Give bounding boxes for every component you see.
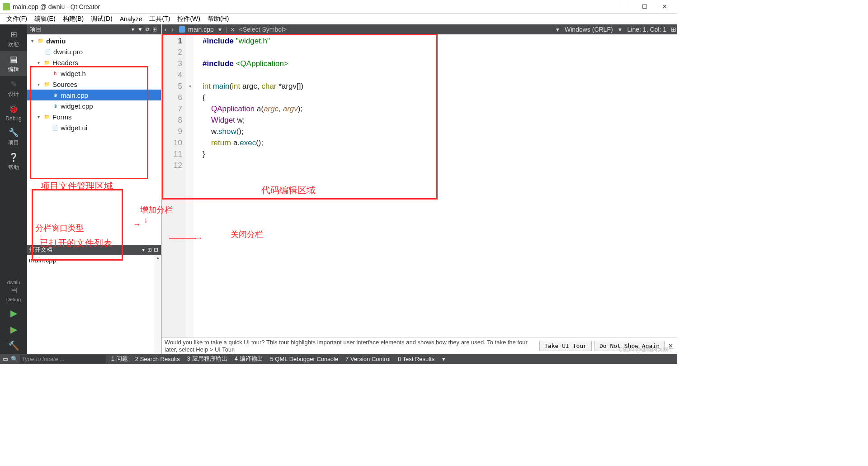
project-panel-title: 项目 [30,25,129,33]
app-icon [3,3,10,10]
maximize-button[interactable]: ☐ [635,0,655,13]
tree-sources-label: Sources [52,81,77,88]
mode-edit-label: 编辑 [8,66,19,73]
pane-test-results[interactable]: 8 Test Results [394,356,438,362]
code-editor[interactable]: 1 2 3 4 5 6 7 8 9 10 11 12 ▾ #include "w… [162,34,677,338]
line-number: 9 [162,126,182,137]
nav-fwd-icon[interactable]: › [169,26,176,33]
menu-build[interactable]: 构建(B) [59,14,88,24]
line-number: 11 [162,148,182,160]
tree-headers[interactable]: ▾📁Headers [27,57,161,68]
take-tour-button[interactable]: Take UI Tour [539,341,592,351]
editor-split-icon[interactable]: ⊞ [670,26,677,33]
tree-root[interactable]: ▾📁dwniu [27,35,161,46]
wrench-icon: 🔧 [8,127,19,138]
file-dropdown-icon[interactable]: ▾ [217,26,224,33]
pro-file-icon: 📄 [44,48,52,55]
editor-file-name: main.cpp [188,26,214,33]
line-number: 1 [162,35,182,47]
output-toggle-icon[interactable]: ▭ [0,356,11,362]
debug-run-button[interactable]: ▶● [0,321,27,338]
mode-help[interactable]: ❔帮助 [0,149,27,174]
status-bar: ▭ 🔍 Type to locate ... 1 问题 2 Search Res… [0,354,677,364]
line-number: 8 [162,114,182,126]
open-docs-close-icon[interactable]: ⊡ [153,247,159,253]
mode-projects[interactable]: 🔧项目 [0,124,27,149]
line-number: 2 [162,47,182,58]
mode-welcome[interactable]: ⊞欢迎 [0,26,27,51]
open-docs-scrollbar[interactable]: ▴ [155,255,161,354]
line-number: 12 [162,160,182,171]
tree-widget-ui[interactable]: 📄widget.ui [27,122,161,133]
tour-text: Would you like to take a quick UI tour? … [165,339,537,353]
project-panel-header: 项目 ▾ ▼ ⧉ ⊞ [27,24,161,34]
tab-close-icon[interactable]: × [229,26,236,33]
mode-projects-label: 项目 [8,139,19,147]
fold-gutter[interactable]: ▾ [186,34,193,338]
tree-forms-label: Forms [52,113,72,121]
locator-input[interactable]: Type to locate ... [20,355,106,363]
tree-root-label: dwniu [46,37,66,45]
pane-compile-output[interactable]: 4 编译输出 [231,355,267,363]
open-docs-dropdown-icon[interactable]: ▾ [140,247,146,253]
annotation-close-split: 关闭分栏 [231,229,263,240]
editor-area: ‹ › main.cpp ▾ | × <Select Symbol> ▾ Win… [162,24,677,354]
pane-version-control[interactable]: 7 Version Control [342,356,394,362]
mode-debug[interactable]: 🐞Debug [0,101,27,124]
tree-main-cpp[interactable]: ⊕main.cpp [27,90,161,100]
pane-dropdown-icon[interactable]: ▾ [438,356,449,362]
editor-file-tab[interactable]: main.cpp [176,26,217,33]
tree-sources[interactable]: ▾📁Sources [27,79,161,90]
tree-widget-h[interactable]: hwidget.h [27,68,161,79]
open-doc-item[interactable]: main.cpp [27,255,161,265]
monitor-icon: 🖥 [8,285,19,296]
tree-main-cpp-label: main.cpp [61,91,88,99]
line-gutter: 1 2 3 4 5 6 7 8 9 10 11 12 [162,34,186,338]
mode-edit[interactable]: ▤编辑 [0,51,27,76]
cpp-file-icon: ⊕ [52,92,59,98]
open-docs-list[interactable]: main.cpp ▴ [27,255,161,354]
project-panel-dropdown-icon[interactable]: ▾ [129,26,137,33]
window-title: main.cpp @ dwniu - Qt Creator [13,3,615,10]
mode-design[interactable]: ✎设计 [0,76,27,101]
annotation-open-list: 已打开的文件列表 [40,237,112,249]
line-number: 3 [162,58,182,69]
target-mode: Debug [6,297,21,302]
run-button[interactable]: ▶ [0,305,27,321]
mode-bar: ⊞欢迎 ▤编辑 ✎设计 🐞Debug 🔧项目 ❔帮助 dwniu 🖥 Debug… [0,24,27,354]
annotation-split-type: 分栏窗口类型 [35,223,84,233]
tree-pro-file[interactable]: 📄dwniu.pro [27,46,161,57]
line-number: 6 [162,92,182,103]
menu-edit[interactable]: 编辑(E) [31,14,59,24]
menu-analyze[interactable]: Analyze [116,14,146,24]
pane-app-output[interactable]: 3 应用程序输出 [184,355,231,363]
pane-qml-console[interactable]: 5 QML Debugger Console [267,356,342,362]
nav-back-icon[interactable]: ‹ [162,26,169,33]
funnel-icon[interactable]: ▼ [137,26,144,33]
mode-debug-label: Debug [5,115,21,122]
menu-debug[interactable]: 调试(D) [87,14,116,24]
close-button[interactable]: ✕ [655,0,675,13]
build-button[interactable]: 🔨 [0,338,27,354]
open-docs-split-icon[interactable]: ⊞ [146,247,153,253]
menu-tools[interactable]: 工具(T) [146,14,174,24]
line-ending-dropdown-icon[interactable]: ▾ [617,26,624,33]
minimize-button[interactable]: — [615,0,635,13]
line-ending-selector[interactable]: Windows (CRLF) [561,26,617,33]
menu-file[interactable]: 文件(F) [3,14,31,24]
target-selector[interactable]: dwniu 🖥 Debug [0,277,27,305]
pane-issues[interactable]: 1 问题 [108,355,132,363]
split-icon[interactable]: ⊞ [151,26,158,33]
search-icon: 🔍 [11,356,18,362]
pane-search-results[interactable]: 2 Search Results [132,356,184,362]
edit-icon: ▤ [8,54,19,65]
symbol-selector[interactable]: <Select Symbol> [236,26,287,33]
left-column: 项目 ▾ ▼ ⧉ ⊞ ▾📁dwniu 📄dwniu.pro ▾📁Headers … [27,24,162,354]
tree-forms[interactable]: ▾📁Forms [27,111,161,122]
menu-widgets[interactable]: 控件(W) [174,14,204,24]
tree-widget-cpp[interactable]: ⊕widget.cpp [27,100,161,111]
link-icon[interactable]: ⧉ [144,26,151,33]
symbol-dropdown-icon[interactable]: ▾ [554,26,561,33]
menu-help[interactable]: 帮助(H) [204,14,232,24]
project-tree[interactable]: ▾📁dwniu 📄dwniu.pro ▾📁Headers hwidget.h ▾… [27,34,161,146]
